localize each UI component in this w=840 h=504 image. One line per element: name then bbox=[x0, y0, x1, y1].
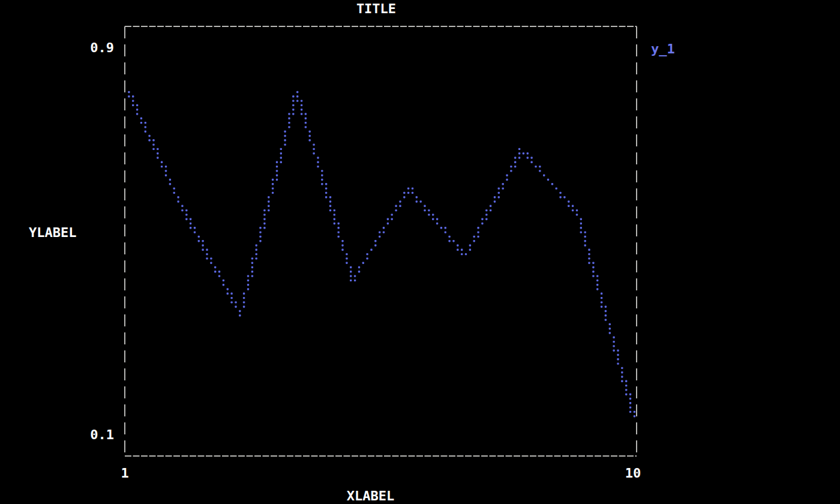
terminal-plot-screen: TITLE 0.9 0.1 YLABEL 1 10 XLABEL y_1 bbox=[0, 0, 840, 504]
plot-area bbox=[0, 0, 840, 504]
plot-border bbox=[125, 26, 637, 456]
series-y1-dots bbox=[128, 91, 635, 418]
